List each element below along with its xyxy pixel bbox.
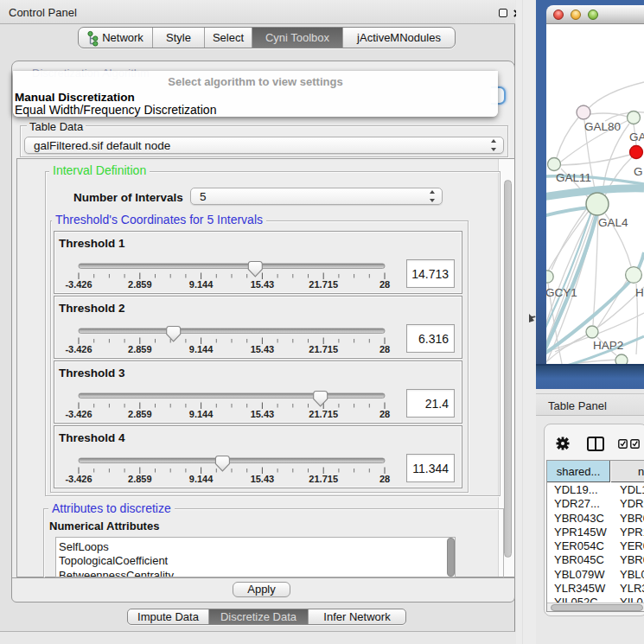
svg-text:9.144: 9.144	[189, 279, 214, 290]
svg-text:GAL80: GAL80	[584, 120, 621, 133]
svg-text:2.859: 2.859	[128, 409, 152, 419]
svg-text:9.144: 9.144	[189, 474, 214, 484]
svg-text:-3.426: -3.426	[65, 279, 92, 290]
svg-text:21.715: 21.715	[309, 279, 338, 290]
svg-text:28: 28	[379, 409, 390, 419]
svg-text:H: H	[635, 286, 644, 299]
svg-text:15.43: 15.43	[251, 474, 275, 484]
svg-text:-3.426: -3.426	[65, 409, 92, 419]
svg-text:28: 28	[379, 279, 390, 290]
svg-text:2.859: 2.859	[128, 279, 152, 290]
svg-text:HAP2: HAP2	[593, 339, 623, 352]
svg-text:2.859: 2.859	[128, 344, 152, 354]
svg-text:2.859: 2.859	[128, 474, 152, 484]
svg-text:21.715: 21.715	[309, 344, 338, 354]
svg-text:9.144: 9.144	[189, 344, 214, 354]
svg-text:15.43: 15.43	[251, 279, 275, 290]
svg-text:GCY1: GCY1	[546, 286, 577, 299]
svg-text:21.715: 21.715	[309, 409, 338, 419]
svg-text:-3.426: -3.426	[65, 344, 92, 354]
svg-text:GAL4: GAL4	[598, 216, 628, 229]
svg-text:15.43: 15.43	[251, 344, 275, 354]
svg-text:15.43: 15.43	[251, 409, 275, 419]
svg-text:21.715: 21.715	[309, 474, 338, 484]
svg-text:GAL11: GAL11	[556, 171, 591, 184]
svg-text:28: 28	[379, 474, 390, 484]
svg-text:9.144: 9.144	[189, 409, 214, 419]
svg-text:G: G	[634, 165, 643, 178]
svg-text:28: 28	[379, 344, 390, 354]
svg-text:-3.426: -3.426	[65, 474, 92, 484]
svg-text:GA: GA	[629, 131, 644, 143]
